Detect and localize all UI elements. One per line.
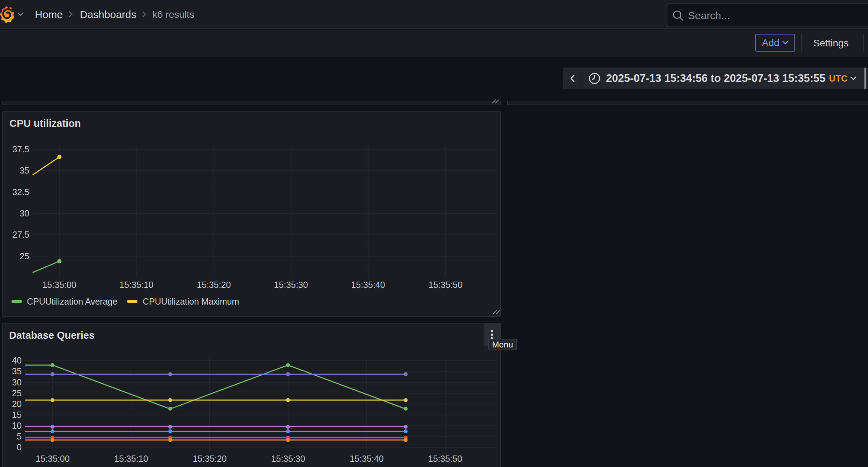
svg-text:35: 35 — [20, 166, 29, 175]
svg-text:32.5: 32.5 — [12, 187, 29, 197]
svg-text:27.5: 27.5 — [12, 230, 29, 239]
svg-text:40: 40 — [12, 355, 22, 365]
svg-text:CPUUtilization Maximum: CPUUtilization Maximum — [143, 297, 239, 306]
svg-text:35: 35 — [12, 366, 22, 376]
svg-text:CPUUtilization Average: CPUUtilization Average — [27, 297, 117, 306]
svg-text:15:35:50: 15:35:50 — [428, 454, 462, 464]
svg-text:15:35:10: 15:35:10 — [114, 454, 148, 464]
svg-text:25: 25 — [12, 388, 22, 398]
svg-text:37.5: 37.5 — [12, 144, 29, 154]
svg-text:15:35:00: 15:35:00 — [36, 454, 69, 464]
svg-text:15:35:20: 15:35:20 — [197, 280, 231, 290]
svg-text:10: 10 — [12, 421, 22, 430]
svg-text:30: 30 — [12, 377, 22, 387]
svg-text:15:35:00: 15:35:00 — [42, 280, 76, 290]
svg-text:30: 30 — [20, 208, 29, 218]
svg-text:15: 15 — [12, 410, 22, 420]
svg-text:25: 25 — [20, 251, 29, 261]
svg-text:15:35:30: 15:35:30 — [271, 454, 305, 464]
svg-text:15:35:20: 15:35:20 — [193, 454, 226, 464]
svg-text:15:35:40: 15:35:40 — [351, 280, 385, 290]
svg-text:15:35:30: 15:35:30 — [274, 280, 308, 290]
svg-text:15:35:40: 15:35:40 — [350, 454, 383, 464]
svg-text:15:35:50: 15:35:50 — [428, 280, 462, 290]
svg-text:0: 0 — [17, 442, 22, 452]
svg-text:20: 20 — [12, 399, 22, 409]
svg-text:15:35:10: 15:35:10 — [119, 280, 153, 290]
svg-text:5: 5 — [17, 431, 22, 441]
